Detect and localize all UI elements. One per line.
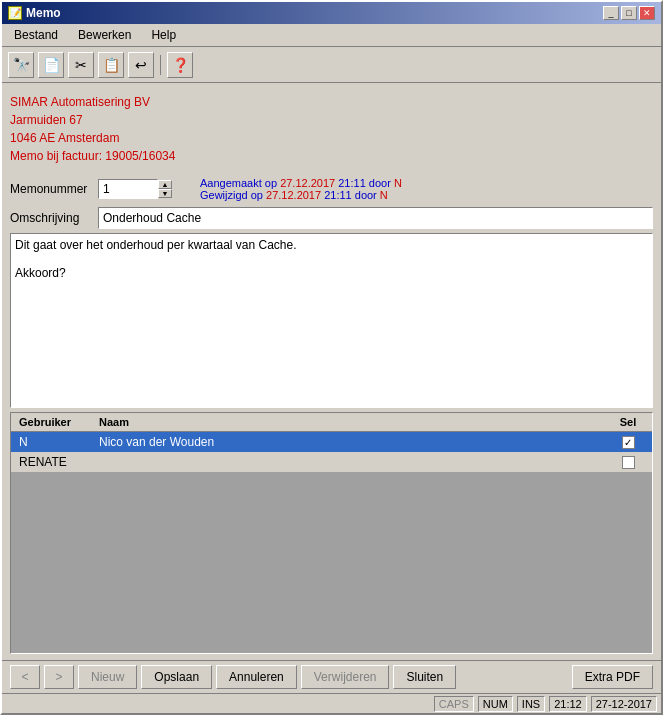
spinner-up[interactable]: ▲: [158, 180, 172, 189]
minimize-button[interactable]: _: [603, 6, 619, 20]
copy-button[interactable]: 📄: [38, 52, 64, 78]
toolbar-separator: [160, 55, 161, 75]
memo-number-wrapper: 1 ▲ ▼: [98, 179, 172, 199]
modified-date: 27.12.2017: [266, 189, 321, 201]
memo-textarea[interactable]: Dit gaat over het onderhoud per kwartaal…: [10, 233, 653, 408]
next-button[interactable]: >: [44, 665, 74, 689]
nieuw-button[interactable]: Nieuw: [78, 665, 137, 689]
created-by: N: [394, 177, 402, 189]
users-table: Gebruiker Naam Sel N Nico van der Wouden…: [10, 412, 653, 654]
maximize-button[interactable]: □: [621, 6, 637, 20]
toolbar: 🔭 📄 ✂ 📋 ↩ ❓: [2, 47, 661, 83]
extra-pdf-button[interactable]: Extra PDF: [572, 665, 653, 689]
td-gebruiker-renate: RENATE: [15, 454, 95, 470]
checkbox-n[interactable]: [622, 436, 635, 449]
title-bar: 📝 Memo _ □ ✕: [2, 2, 661, 24]
time-indicator: 21:12: [549, 696, 587, 712]
verwijderen-button[interactable]: Verwijderen: [301, 665, 390, 689]
omschrijving-label: Omschrijving: [10, 211, 90, 225]
main-window: 📝 Memo _ □ ✕ Bestand Bewerken Help 🔭 📄 ✂…: [0, 0, 663, 715]
close-button[interactable]: ✕: [639, 6, 655, 20]
help-button[interactable]: ❓: [167, 52, 193, 78]
annuleren-button[interactable]: Annuleren: [216, 665, 297, 689]
checkbox-renate[interactable]: [622, 456, 635, 469]
created-info: Aangemaakt op 27.12.2017 21:11 door N Ge…: [200, 177, 402, 201]
modified-line: Gewijzigd op 27.12.2017 21:11 door N: [200, 189, 402, 201]
table-header: Gebruiker Naam Sel: [11, 413, 652, 432]
ins-indicator: INS: [517, 696, 545, 712]
td-naam-n: Nico van der Wouden: [95, 434, 608, 450]
opslaan-button[interactable]: Opslaan: [141, 665, 212, 689]
app-icon: 📝: [8, 6, 22, 20]
created-line: Aangemaakt op 27.12.2017 21:11 door N: [200, 177, 402, 189]
td-sel-renate: [608, 455, 648, 470]
status-bar: CAPS NUM INS 21:12 27-12-2017: [2, 693, 661, 713]
table-row[interactable]: N Nico van der Wouden: [11, 432, 652, 452]
company-address1: Jarmuiden 67: [10, 111, 653, 129]
memo-number-row: Memonummer 1 ▲ ▼ Aangemaakt op 27.12.201…: [10, 177, 653, 201]
window-title: Memo: [26, 6, 61, 20]
num-indicator: NUM: [478, 696, 513, 712]
bottom-bar: < > Nieuw Opslaan Annuleren Verwijderen …: [2, 660, 661, 693]
menu-bewerken[interactable]: Bewerken: [70, 26, 139, 44]
memo-number-label: Memonummer: [10, 182, 90, 196]
caps-indicator: CAPS: [434, 696, 474, 712]
sluiten-button[interactable]: Sluiten: [393, 665, 456, 689]
menu-bestand[interactable]: Bestand: [6, 26, 66, 44]
td-gebruiker-n: N: [15, 434, 95, 450]
undo-button[interactable]: ↩: [128, 52, 154, 78]
td-sel-n: [608, 435, 648, 450]
th-naam: Naam: [95, 415, 608, 429]
company-name: SIMAR Automatisering BV: [10, 93, 653, 111]
memo-factuur: Memo bij factuur: 19005/16034: [10, 147, 653, 165]
created-date: 27.12.2017: [280, 177, 335, 189]
th-gebruiker: Gebruiker: [15, 415, 95, 429]
prev-button[interactable]: <: [10, 665, 40, 689]
date-indicator: 27-12-2017: [591, 696, 657, 712]
memo-number-spinner: ▲ ▼: [158, 180, 172, 198]
paste-button[interactable]: 📋: [98, 52, 124, 78]
cut-button[interactable]: ✂: [68, 52, 94, 78]
company-address2: 1046 AE Amsterdam: [10, 129, 653, 147]
omschrijving-input[interactable]: [98, 207, 653, 229]
table-body: N Nico van der Wouden RENATE: [11, 432, 652, 653]
menu-help[interactable]: Help: [143, 26, 184, 44]
memo-number-field[interactable]: 1: [98, 179, 158, 199]
title-buttons: _ □ ✕: [603, 6, 655, 20]
menu-bar: Bestand Bewerken Help: [2, 24, 661, 47]
binoculars-button[interactable]: 🔭: [8, 52, 34, 78]
content-area: SIMAR Automatisering BV Jarmuiden 67 104…: [2, 83, 661, 660]
spinner-down[interactable]: ▼: [158, 189, 172, 198]
description-row: Omschrijving: [10, 207, 653, 229]
th-sel: Sel: [608, 415, 648, 429]
modified-by: N: [380, 189, 388, 201]
table-row[interactable]: RENATE: [11, 452, 652, 472]
company-info: SIMAR Automatisering BV Jarmuiden 67 104…: [10, 89, 653, 169]
td-naam-renate: [95, 461, 608, 463]
